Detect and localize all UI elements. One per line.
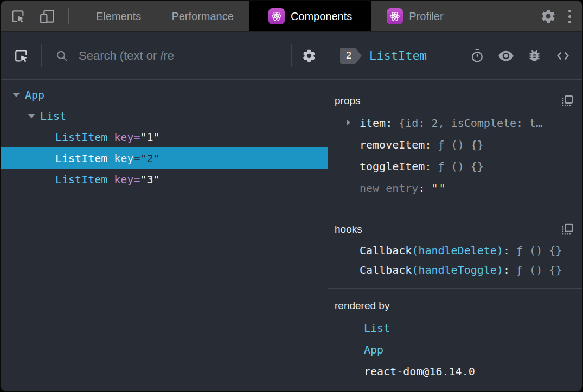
tab-label: Performance [171,10,234,23]
toolbar-divider [68,8,69,24]
inspect-element-icon[interactable] [10,8,26,24]
tree-row-app[interactable]: App [1,84,328,105]
prop-row-removeitem[interactable]: removeItem: ƒ () {} [335,134,574,156]
tree-row-listitem-3[interactable]: ListItem key="3" [1,169,328,190]
expand-caret-icon[interactable] [11,93,25,97]
tree-toolbar [1,32,328,80]
key-attribute: key="1" [114,131,159,144]
tab-label: Components [291,10,352,23]
key-attribute: key="3" [114,173,159,186]
prop-row-item[interactable]: item: {id: 2, isComplete: t… [335,112,574,134]
prop-row-toggleitem[interactable]: toggleItem: ƒ () {} [335,156,574,177]
tab-elements[interactable]: Elements [81,1,156,31]
component-name: App [25,88,44,101]
rendered-by-link-app[interactable]: App [335,339,574,361]
react-logo-icon [268,8,285,24]
props-section: props [328,80,582,208]
expand-caret-icon[interactable] [26,114,40,118]
tree-row-listitem-2-selected[interactable]: ListItem key="2" [1,147,328,169]
owners-stack-badge[interactable]: 2 [340,48,355,64]
tab-label: Elements [96,10,141,23]
hook-row-handledelete[interactable]: Callback(handleDelete): ƒ () {} [335,241,574,260]
view-source-brackets-icon[interactable] [555,48,571,64]
tab-performance[interactable]: Performance [156,1,249,31]
toolbar-divider [291,44,292,67]
search-input[interactable] [78,48,291,63]
prop-new-entry-row[interactable]: new entry: "" [335,177,574,199]
toolbar-divider [528,8,528,24]
copy-hooks-icon[interactable] [560,222,574,236]
hooks-header-label: hooks [335,223,362,235]
expand-caret-icon[interactable] [347,119,350,126]
tree-row-listitem-1[interactable]: ListItem key="1" [1,126,328,147]
react-logo-icon [387,8,403,24]
more-options-icon[interactable] [568,10,571,23]
tab-label: Profiler [409,10,443,23]
component-name: ListItem [55,131,107,144]
rendered-by-section: rendered by List App react-dom@16.14.0 [328,289,582,391]
react-devtools-window: Elements Performance Components [0,0,583,392]
suspense-stopwatch-icon[interactable] [470,48,485,63]
tree-row-list[interactable]: List [1,105,328,126]
hooks-section: hooks [328,208,582,289]
component-tree: App List ListItem key="1" ListItem key="… [1,80,328,391]
component-name: ListItem [55,152,107,165]
search-icon [55,49,69,63]
copy-props-icon[interactable] [560,94,574,108]
selected-component-title: ListItem [369,49,427,62]
tab-profiler[interactable]: Profiler [371,1,458,31]
key-attribute: key="2" [114,152,159,165]
tab-components[interactable]: Components [249,1,371,31]
rendered-by-link-list[interactable]: List [335,317,574,339]
component-name: List [40,110,66,123]
props-header-label: props [335,95,361,107]
toggle-device-toolbar-icon[interactable] [38,8,56,24]
inspect-dom-eye-icon[interactable] [498,48,514,64]
component-details-panel: 2 ListItem [328,32,582,391]
devtools-tabs: Elements Performance Components [81,1,459,31]
hook-row-handletoggle[interactable]: Callback(handleToggle): ƒ () {} [335,260,574,280]
log-to-console-bug-icon[interactable] [527,48,542,63]
rendered-by-react-dom-version: react-dom@16.14.0 [335,361,574,382]
components-panel: App List ListItem key="1" ListItem key="… [1,32,582,391]
details-toolbar: 2 ListItem [328,32,582,80]
pick-component-icon[interactable] [13,48,29,64]
view-settings-gear-icon[interactable] [302,48,317,63]
component-tree-panel: App List ListItem key="1" ListItem key="… [1,32,328,391]
component-name: ListItem [55,173,107,186]
rendered-by-header-label: rendered by [335,300,389,312]
settings-gear-icon[interactable] [540,8,556,24]
devtools-chrome-bar: Elements Performance Components [1,1,582,32]
